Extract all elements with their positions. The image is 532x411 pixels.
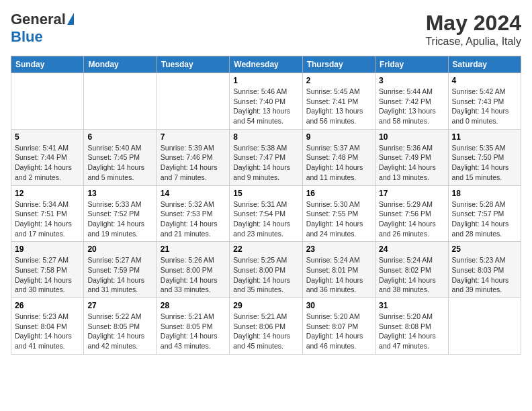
day-info: Sunrise: 5:39 AM Sunset: 7:46 PM Dayligh… [161,143,226,183]
calendar-cell: 20Sunrise: 5:27 AM Sunset: 7:59 PM Dayli… [84,242,157,298]
calendar-cell: 30Sunrise: 5:20 AM Sunset: 8:07 PM Dayli… [302,298,375,355]
calendar-cell: 15Sunrise: 5:31 AM Sunset: 7:54 PM Dayli… [230,185,302,242]
day-number: 11 [452,132,517,142]
calendar-week-row: 12Sunrise: 5:34 AM Sunset: 7:51 PM Dayli… [11,185,521,242]
day-number: 7 [161,132,226,142]
day-info: Sunrise: 5:27 AM Sunset: 7:58 PM Dayligh… [15,255,80,295]
day-number: 18 [452,189,517,198]
calendar-cell: 14Sunrise: 5:32 AM Sunset: 7:53 PM Dayli… [157,185,229,242]
day-info: Sunrise: 5:32 AM Sunset: 7:53 PM Dayligh… [161,199,226,239]
calendar-cell: 23Sunrise: 5:24 AM Sunset: 8:01 PM Dayli… [302,242,375,298]
day-info: Sunrise: 5:20 AM Sunset: 8:08 PM Dayligh… [379,312,444,351]
day-info: Sunrise: 5:41 AM Sunset: 7:44 PM Dayligh… [15,143,80,183]
calendar-cell [84,73,157,130]
day-info: Sunrise: 5:24 AM Sunset: 8:01 PM Dayligh… [306,255,371,295]
calendar-cell: 13Sunrise: 5:33 AM Sunset: 7:52 PM Dayli… [84,185,157,242]
calendar-cell: 26Sunrise: 5:23 AM Sunset: 8:04 PM Dayli… [11,298,84,355]
page-header: General Blue May 2024 Tricase, Apulia, I… [11,11,521,48]
day-of-week-header: Friday [375,56,448,73]
day-number: 23 [306,244,371,254]
day-info: Sunrise: 5:44 AM Sunset: 7:42 PM Dayligh… [379,87,444,126]
day-info: Sunrise: 5:42 AM Sunset: 7:43 PM Dayligh… [452,87,517,126]
day-of-week-header: Tuesday [157,56,229,73]
calendar-header-row: SundayMondayTuesdayWednesdayThursdayFrid… [11,56,521,73]
day-of-week-header: Thursday [302,56,375,73]
calendar-cell: 3Sunrise: 5:44 AM Sunset: 7:42 PM Daylig… [375,73,448,130]
day-number: 28 [161,301,226,310]
day-info: Sunrise: 5:31 AM Sunset: 7:54 PM Dayligh… [233,199,298,239]
day-info: Sunrise: 5:33 AM Sunset: 7:52 PM Dayligh… [87,199,152,239]
day-of-week-header: Wednesday [230,56,302,73]
logo-general-text: General [11,11,66,28]
calendar-cell: 1Sunrise: 5:46 AM Sunset: 7:40 PM Daylig… [230,73,302,130]
day-of-week-header: Saturday [448,56,521,73]
day-info: Sunrise: 5:37 AM Sunset: 7:48 PM Dayligh… [306,143,371,183]
calendar-week-row: 1Sunrise: 5:46 AM Sunset: 7:40 PM Daylig… [11,73,521,130]
calendar-cell [11,73,84,130]
day-number: 21 [161,244,226,254]
day-number: 15 [233,189,298,198]
day-number: 4 [452,76,517,85]
day-number: 5 [15,132,80,142]
calendar-cell: 21Sunrise: 5:26 AM Sunset: 8:00 PM Dayli… [157,242,229,298]
day-info: Sunrise: 5:23 AM Sunset: 8:04 PM Dayligh… [15,312,80,351]
day-number: 13 [87,189,152,198]
day-info: Sunrise: 5:29 AM Sunset: 7:56 PM Dayligh… [379,199,444,239]
day-number: 8 [233,132,298,142]
day-number: 20 [87,244,152,254]
day-number: 24 [379,244,444,254]
day-info: Sunrise: 5:36 AM Sunset: 7:49 PM Dayligh… [379,143,444,183]
day-info: Sunrise: 5:34 AM Sunset: 7:51 PM Dayligh… [15,199,80,239]
day-number: 22 [233,244,298,254]
day-info: Sunrise: 5:30 AM Sunset: 7:55 PM Dayligh… [306,199,371,239]
day-number: 17 [379,189,444,198]
logo: General Blue [11,11,74,46]
calendar-cell: 4Sunrise: 5:42 AM Sunset: 7:43 PM Daylig… [448,73,521,130]
day-number: 9 [306,132,371,142]
location: Tricase, Apulia, Italy [425,36,521,48]
calendar-cell: 22Sunrise: 5:25 AM Sunset: 8:00 PM Dayli… [230,242,302,298]
calendar-cell: 5Sunrise: 5:41 AM Sunset: 7:44 PM Daylig… [11,129,84,185]
day-of-week-header: Sunday [11,56,84,73]
calendar-cell: 8Sunrise: 5:38 AM Sunset: 7:47 PM Daylig… [230,129,302,185]
calendar-cell: 6Sunrise: 5:40 AM Sunset: 7:45 PM Daylig… [84,129,157,185]
calendar-cell [157,73,229,130]
day-number: 19 [15,244,80,254]
day-info: Sunrise: 5:40 AM Sunset: 7:45 PM Dayligh… [87,143,152,183]
day-number: 27 [87,301,152,310]
day-number: 31 [379,301,444,310]
month-title: May 2024 [425,11,521,36]
day-number: 10 [379,132,444,142]
day-number: 6 [87,132,152,142]
day-number: 14 [161,189,226,198]
day-info: Sunrise: 5:21 AM Sunset: 8:06 PM Dayligh… [233,312,298,351]
calendar-cell [448,298,521,355]
day-number: 26 [15,301,80,310]
day-number: 29 [233,301,298,310]
day-number: 25 [452,244,517,254]
calendar-cell: 2Sunrise: 5:45 AM Sunset: 7:41 PM Daylig… [302,73,375,130]
day-info: Sunrise: 5:28 AM Sunset: 7:57 PM Dayligh… [452,199,517,239]
calendar-cell: 11Sunrise: 5:35 AM Sunset: 7:50 PM Dayli… [448,129,521,185]
day-info: Sunrise: 5:21 AM Sunset: 8:05 PM Dayligh… [161,312,226,351]
logo-blue-text: Blue [11,28,43,46]
calendar-cell: 9Sunrise: 5:37 AM Sunset: 7:48 PM Daylig… [302,129,375,185]
day-info: Sunrise: 5:25 AM Sunset: 8:00 PM Dayligh… [233,255,298,295]
title-block: May 2024 Tricase, Apulia, Italy [425,11,521,48]
day-info: Sunrise: 5:27 AM Sunset: 7:59 PM Dayligh… [87,255,152,295]
day-info: Sunrise: 5:46 AM Sunset: 7:40 PM Dayligh… [233,87,298,126]
day-info: Sunrise: 5:26 AM Sunset: 8:00 PM Dayligh… [161,255,226,295]
day-info: Sunrise: 5:22 AM Sunset: 8:05 PM Dayligh… [87,312,152,351]
day-number: 30 [306,301,371,310]
day-number: 12 [15,189,80,198]
calendar-cell: 10Sunrise: 5:36 AM Sunset: 7:49 PM Dayli… [375,129,448,185]
day-info: Sunrise: 5:45 AM Sunset: 7:41 PM Dayligh… [306,87,371,126]
calendar-cell: 25Sunrise: 5:23 AM Sunset: 8:03 PM Dayli… [448,242,521,298]
day-info: Sunrise: 5:38 AM Sunset: 7:47 PM Dayligh… [233,143,298,183]
calendar-cell: 27Sunrise: 5:22 AM Sunset: 8:05 PM Dayli… [84,298,157,355]
day-number: 1 [233,76,298,85]
calendar-cell: 18Sunrise: 5:28 AM Sunset: 7:57 PM Dayli… [448,185,521,242]
calendar-cell: 7Sunrise: 5:39 AM Sunset: 7:46 PM Daylig… [157,129,229,185]
day-number: 3 [379,76,444,85]
calendar-week-row: 19Sunrise: 5:27 AM Sunset: 7:58 PM Dayli… [11,242,521,298]
